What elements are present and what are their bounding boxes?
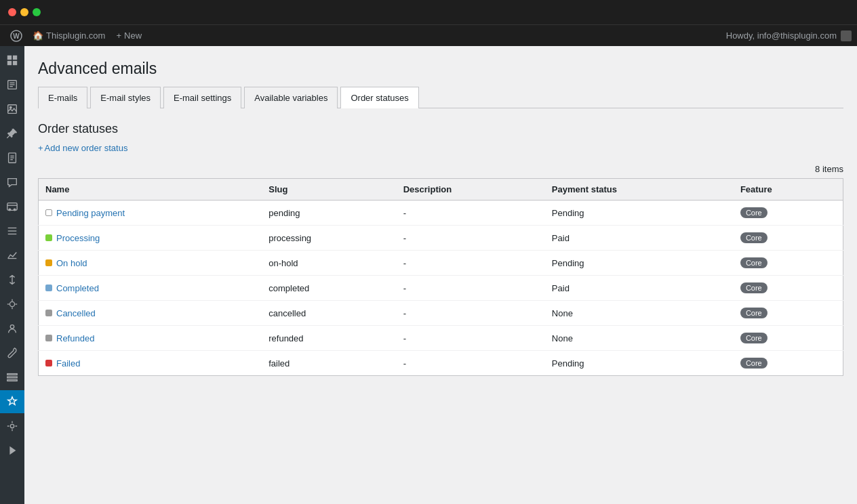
avatar[interactable] — [841, 30, 852, 41]
svg-rect-5 — [13, 61, 17, 65]
plus-icon: + — [38, 143, 43, 153]
cell-feature-5: Core — [734, 326, 843, 351]
cell-name-4: Cancelled — [39, 301, 262, 326]
cell-slug-4: cancelled — [262, 301, 396, 326]
status-dot-3 — [45, 285, 52, 291]
cell-feature-6: Core — [734, 351, 843, 376]
cell-payment-5: None — [545, 326, 734, 351]
svg-rect-31 — [7, 380, 17, 381]
cell-payment-0: Pending — [545, 201, 734, 226]
svg-point-28 — [10, 325, 14, 329]
cell-description-6: - — [397, 351, 545, 376]
status-dot-6 — [45, 360, 52, 366]
cell-feature-1: Core — [734, 226, 843, 251]
sidebar-item-media[interactable] — [0, 98, 24, 121]
plus-icon: + — [116, 30, 121, 41]
core-badge-3: Core — [740, 282, 768, 293]
cell-payment-4: None — [545, 301, 734, 326]
sidebar-item-plugin-active[interactable] — [0, 390, 24, 413]
svg-point-32 — [10, 424, 14, 427]
core-badge-0: Core — [740, 207, 768, 218]
cell-description-3: - — [397, 276, 545, 301]
sidebar-item-analytics[interactable] — [0, 244, 24, 267]
sidebar-item-extra1[interactable] — [0, 415, 24, 438]
svg-point-23 — [9, 301, 14, 306]
core-badge-1: Core — [740, 232, 768, 243]
order-statuses-table: Name Slug Description Payment status Fea… — [38, 178, 843, 376]
svg-marker-33 — [9, 446, 16, 455]
svg-text:W: W — [13, 33, 20, 40]
svg-point-11 — [9, 106, 12, 108]
table-row: Refunded refunded - None Core — [39, 326, 843, 351]
tab-emails[interactable]: E-mails — [38, 87, 87, 108]
cell-description-1: - — [397, 226, 545, 251]
sidebar-item-comments[interactable] — [0, 171, 24, 194]
sidebar-item-pin[interactable] — [0, 122, 24, 145]
sidebar-item-tools[interactable] — [0, 341, 24, 364]
order-status-name-1[interactable]: Processing — [56, 233, 100, 243]
order-status-name-0[interactable]: Pending payment — [56, 208, 125, 218]
wp-logo-icon[interactable]: W — [5, 25, 27, 47]
svg-point-18 — [14, 209, 16, 211]
svg-rect-29 — [7, 374, 17, 375]
sidebar-item-extra2[interactable] — [0, 439, 24, 462]
cell-name-1: Processing — [39, 226, 262, 251]
sidebar-item-pages[interactable] — [0, 146, 24, 169]
sidebar — [0, 46, 24, 504]
order-status-name-3[interactable]: Completed — [56, 283, 99, 293]
sidebar-item-marketing[interactable] — [0, 268, 24, 291]
cell-payment-1: Paid — [545, 226, 734, 251]
table-row: Failed failed - Pending Core — [39, 351, 843, 376]
admin-bar: W 🏠 Thisplugin.com + New Howdy, info@thi… — [0, 24, 857, 46]
order-status-name-5[interactable]: Refunded — [56, 333, 94, 343]
core-badge-2: Core — [740, 257, 768, 268]
cell-slug-5: refunded — [262, 326, 396, 351]
col-payment-status: Payment status — [545, 179, 734, 201]
order-status-name-4[interactable]: Cancelled — [56, 308, 96, 318]
cell-slug-1: processing — [262, 226, 396, 251]
tab-email-styles[interactable]: E-mail styles — [90, 87, 161, 108]
cell-payment-2: Pending — [545, 251, 734, 276]
sidebar-item-settings[interactable] — [0, 366, 24, 389]
new-menu[interactable]: + New — [111, 30, 147, 41]
sidebar-item-products[interactable] — [0, 219, 24, 243]
svg-rect-2 — [7, 56, 12, 60]
core-badge-5: Core — [740, 333, 768, 343]
sidebar-item-appearance[interactable] — [0, 293, 24, 316]
cell-name-0: Pending payment — [39, 201, 262, 226]
close-button[interactable] — [8, 8, 16, 16]
new-label: New — [124, 30, 142, 41]
svg-point-17 — [9, 209, 11, 211]
tab-available-variables[interactable]: Available variables — [244, 87, 338, 108]
cell-description-4: - — [397, 301, 545, 326]
cell-name-2: On hold — [39, 251, 262, 276]
site-name: Thisplugin.com — [46, 30, 105, 41]
cell-slug-3: completed — [262, 276, 396, 301]
sidebar-item-woocommerce[interactable] — [0, 195, 24, 218]
maximize-button[interactable] — [33, 8, 41, 16]
add-link-label: Add new order status — [45, 143, 128, 153]
svg-rect-3 — [13, 56, 17, 60]
status-dot-2 — [45, 259, 52, 266]
svg-rect-30 — [7, 377, 17, 378]
status-dot-1 — [45, 234, 52, 241]
col-description: Description — [397, 179, 545, 201]
col-feature: Feature — [734, 179, 843, 201]
tab-order-statuses[interactable]: Order statuses — [340, 87, 418, 108]
cell-description-2: - — [397, 251, 545, 276]
sidebar-item-posts[interactable] — [0, 73, 24, 96]
cell-feature-3: Core — [734, 276, 843, 301]
minimize-button[interactable] — [20, 8, 28, 16]
cell-slug-2: on-hold — [262, 251, 396, 276]
cell-feature-4: Core — [734, 301, 843, 326]
cell-name-6: Failed — [39, 351, 262, 376]
cell-feature-0: Core — [734, 201, 843, 226]
order-status-name-2[interactable]: On hold — [56, 258, 87, 268]
tab-email-settings[interactable]: E-mail settings — [163, 87, 241, 108]
site-link[interactable]: 🏠 Thisplugin.com — [27, 30, 111, 41]
sidebar-item-users[interactable] — [0, 317, 24, 340]
sidebar-item-dashboard[interactable] — [0, 49, 24, 72]
order-status-name-6[interactable]: Failed — [56, 358, 80, 369]
add-new-order-status-link[interactable]: + Add new order status — [38, 143, 127, 153]
tabs-container: E-mails E-mail styles E-mail settings Av… — [38, 86, 843, 108]
